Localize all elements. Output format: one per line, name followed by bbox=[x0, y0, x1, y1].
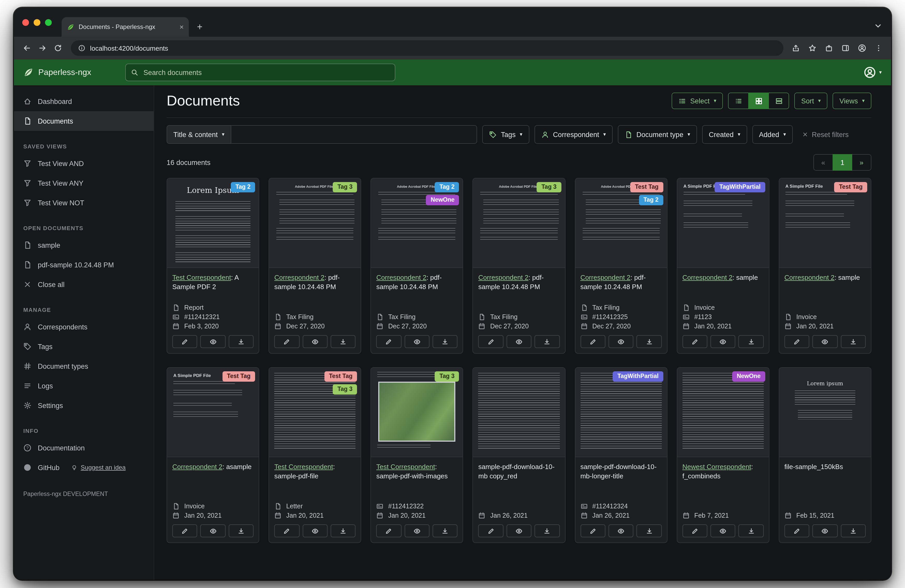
edit-button[interactable] bbox=[478, 525, 503, 537]
share-button[interactable] bbox=[789, 41, 803, 55]
tag-badge[interactable]: Test Tag bbox=[222, 371, 255, 382]
preview-button[interactable] bbox=[404, 525, 429, 537]
view-grid-button[interactable] bbox=[748, 93, 769, 109]
preview-button[interactable] bbox=[710, 335, 735, 348]
preview-button[interactable] bbox=[302, 335, 327, 348]
download-button[interactable] bbox=[637, 525, 662, 537]
download-button[interactable] bbox=[331, 335, 356, 348]
preview-button[interactable] bbox=[200, 525, 225, 537]
edit-button[interactable] bbox=[580, 525, 605, 537]
document-thumbnail[interactable] bbox=[473, 368, 565, 457]
tag-badge[interactable]: TagWithPartial bbox=[715, 182, 765, 192]
filter-text-input[interactable] bbox=[231, 125, 477, 144]
document-thumbnail[interactable]: Adobe Acrobat PDF FilesTag 3 bbox=[269, 178, 360, 268]
correspondent-link[interactable]: Test Correspondent bbox=[274, 463, 333, 471]
brand[interactable]: Paperless-ngx bbox=[23, 67, 91, 78]
tag-badge[interactable]: Tag 2 bbox=[435, 182, 459, 192]
correspondent-link[interactable]: Test Correspondent bbox=[172, 274, 231, 281]
document-thumbnail[interactable]: Tag 3 bbox=[371, 368, 463, 457]
sidebar-item-documentation[interactable]: ?Documentation bbox=[14, 438, 154, 458]
download-button[interactable] bbox=[331, 525, 356, 537]
pagination-next-button[interactable]: » bbox=[852, 154, 872, 171]
preview-button[interactable] bbox=[302, 525, 327, 537]
pagination-prev-button[interactable]: « bbox=[813, 154, 833, 171]
suggest-idea-link[interactable]: Suggest an idea bbox=[81, 464, 126, 471]
preview-button[interactable] bbox=[506, 335, 532, 348]
document-thumbnail[interactable]: Adobe Acrobat PDF FilesTag 3 bbox=[473, 178, 565, 268]
filter-added-button[interactable]: Added▾ bbox=[753, 125, 793, 144]
tag-badge[interactable]: Test Tag bbox=[324, 371, 357, 382]
filter-document-type-button[interactable]: Document type▾ bbox=[618, 125, 697, 144]
extensions-button[interactable] bbox=[822, 41, 836, 55]
tab-search-button[interactable] bbox=[872, 20, 884, 32]
correspondent-link[interactable]: Correspondent 2 bbox=[784, 274, 835, 281]
download-button[interactable] bbox=[637, 335, 662, 348]
zoom-window-button[interactable] bbox=[45, 19, 52, 26]
correspondent-link[interactable]: Correspondent 2 bbox=[376, 274, 427, 281]
tag-badge[interactable]: TagWithPartial bbox=[613, 371, 663, 382]
new-tab-button[interactable]: + bbox=[192, 19, 208, 35]
filter-created-button[interactable]: Created▾ bbox=[702, 125, 747, 144]
download-button[interactable] bbox=[535, 525, 560, 537]
sidebar-item-correspondents[interactable]: Correspondents bbox=[14, 317, 154, 337]
document-thumbnail[interactable]: Adobe Acrobat PDF FilesTag 2NewOne bbox=[371, 178, 463, 268]
preview-button[interactable] bbox=[608, 335, 634, 348]
view-list-button[interactable] bbox=[728, 93, 749, 109]
edit-button[interactable] bbox=[580, 335, 605, 348]
sidebar-item-github[interactable]: GitHubSuggest an idea bbox=[14, 458, 154, 477]
user-menu[interactable]: ▾ bbox=[864, 66, 882, 79]
sidebar-item-test-view-and[interactable]: Test View AND bbox=[14, 154, 154, 173]
sidebar-item-close-all[interactable]: Close all bbox=[14, 274, 154, 294]
edit-button[interactable] bbox=[682, 335, 707, 348]
close-tab-icon[interactable]: × bbox=[179, 23, 184, 30]
edit-button[interactable] bbox=[376, 525, 402, 537]
reset-filters-button[interactable]: Reset filters bbox=[802, 131, 849, 138]
document-thumbnail[interactable]: Lorem ipsum bbox=[779, 368, 871, 457]
address-bar[interactable]: localhost:4200/documents bbox=[71, 40, 783, 56]
edit-button[interactable] bbox=[784, 525, 810, 537]
download-button[interactable] bbox=[841, 335, 866, 348]
document-thumbnail[interactable]: Lorem IpsumTag 2 bbox=[167, 178, 259, 268]
document-thumbnail[interactable]: A Simple PDF FileTest Tag bbox=[167, 368, 259, 457]
edit-button[interactable] bbox=[478, 335, 503, 348]
edit-button[interactable] bbox=[784, 335, 810, 348]
reload-button[interactable] bbox=[50, 40, 66, 56]
filter-field-selector[interactable]: Title & content ▾ bbox=[167, 125, 231, 144]
sidebar-item-logs[interactable]: Logs bbox=[14, 376, 154, 396]
download-button[interactable] bbox=[229, 335, 254, 348]
document-thumbnail[interactable]: A Simple PDF FileTagWithPartial bbox=[677, 178, 768, 268]
minimize-window-button[interactable] bbox=[33, 19, 40, 26]
correspondent-link[interactable]: Correspondent 2 bbox=[478, 274, 529, 281]
sidebar-item-test-view-not[interactable]: Test View NOT bbox=[14, 193, 154, 212]
tag-badge[interactable]: NewOne bbox=[426, 195, 459, 205]
document-thumbnail[interactable]: Adobe Acrobat PDF FilesTest TagTag 2 bbox=[575, 178, 667, 268]
correspondent-link[interactable]: Newest Correspondent bbox=[682, 463, 751, 471]
tag-badge[interactable]: NewOne bbox=[732, 371, 765, 382]
download-button[interactable] bbox=[535, 335, 560, 348]
tag-badge[interactable]: Test Tag bbox=[630, 182, 663, 192]
preview-button[interactable] bbox=[506, 525, 532, 537]
filter-correspondent-button[interactable]: Correspondent▾ bbox=[534, 125, 613, 144]
correspondent-link[interactable]: Correspondent 2 bbox=[172, 463, 222, 471]
sidebar-item-dashboard[interactable]: Dashboard bbox=[14, 92, 154, 111]
correspondent-link[interactable]: Correspondent 2 bbox=[274, 274, 324, 281]
document-thumbnail[interactable]: NewOne bbox=[677, 368, 768, 457]
bookmark-button[interactable] bbox=[805, 41, 819, 55]
edit-button[interactable] bbox=[376, 335, 402, 348]
tag-badge[interactable]: Tag 3 bbox=[333, 384, 357, 395]
edit-button[interactable] bbox=[682, 525, 707, 537]
close-window-button[interactable] bbox=[22, 19, 29, 26]
pagination-page-1[interactable]: 1 bbox=[832, 154, 852, 171]
edit-button[interactable] bbox=[172, 335, 197, 348]
download-button[interactable] bbox=[433, 335, 458, 348]
download-button[interactable] bbox=[841, 525, 866, 537]
document-thumbnail[interactable]: A Simple PDF FileTest Tag bbox=[779, 178, 871, 268]
tag-badge[interactable]: Tag 3 bbox=[537, 182, 561, 192]
select-button[interactable]: Select ▾ bbox=[672, 93, 723, 109]
tag-badge[interactable]: Tag 3 bbox=[333, 182, 357, 192]
preview-button[interactable] bbox=[710, 525, 735, 537]
download-button[interactable] bbox=[229, 525, 254, 537]
edit-button[interactable] bbox=[274, 335, 299, 348]
browser-menu-button[interactable] bbox=[872, 41, 886, 55]
sidebar-item-tags[interactable]: Tags bbox=[14, 337, 154, 356]
